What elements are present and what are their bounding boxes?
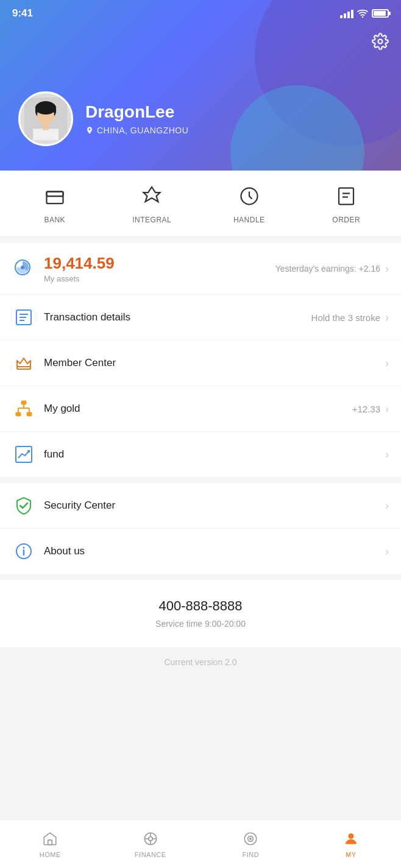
quick-menu: BANK INTEGRAL HANDLE ORDER [0,171,401,237]
my-nav-label: MY [346,851,357,858]
integral-label: INTEGRAL [132,216,171,224]
integral-icon [138,183,165,210]
nav-my[interactable]: MY [301,830,402,858]
find-nav-icon [241,830,260,848]
transaction-content: Transaction details [44,311,311,323]
security-title: Security Center [44,499,115,511]
about-item[interactable]: About us › [0,529,401,574]
about-icon [12,540,35,563]
transaction-chevron: › [385,311,389,324]
version-text: Current version 2.0 [164,657,236,667]
assets-label: My assets [44,274,275,283]
quick-menu-handle[interactable]: HANDLE [200,183,298,224]
contact-section: 400-888-8888 Service time 9:00-20:00 [0,580,401,647]
nav-home[interactable]: HOME [0,830,101,858]
quick-menu-order[interactable]: ORDER [298,183,396,224]
handle-label: HANDLE [233,216,265,224]
fund-right: › [385,448,389,461]
svg-point-32 [23,547,25,549]
assets-value: 19,414.59 [44,254,275,273]
about-content: About us [44,545,385,557]
member-right: › [385,357,389,370]
quick-menu-integral[interactable]: INTEGRAL [104,183,201,224]
bottom-nav: HOME FINANCE FIND [0,819,401,868]
gold-icon [12,397,35,420]
order-icon [333,183,360,210]
fund-content: fund [44,448,385,460]
svg-rect-21 [17,367,30,369]
transaction-item[interactable]: Transaction details Hold the 3 stroke › [0,295,401,340]
settings-button[interactable] [372,33,389,54]
transaction-hint: Hold the 3 stroke [311,312,380,323]
svg-rect-7 [43,124,48,130]
avatar [18,91,73,146]
svg-rect-33 [48,840,52,845]
bank-label: BANK [44,216,65,224]
transaction-right: Hold the 3 stroke › [311,311,389,324]
main-section-1: 19,414.59 My assets Yesterday's earnings… [0,243,401,477]
svg-point-43 [348,833,353,839]
signal-icon [340,9,353,18]
svg-point-1 [378,40,383,44]
location-icon [85,126,94,135]
fund-item[interactable]: fund › [0,432,401,477]
member-title: Member Center [44,357,116,369]
assets-chevron: › [385,263,389,275]
svg-rect-6 [33,129,59,140]
svg-point-0 [362,16,364,18]
status-bar: 9:41 [0,0,401,27]
gold-title: My gold [44,403,80,414]
member-chevron: › [385,357,389,370]
contact-phone: 400-888-8888 [12,598,389,614]
security-chevron: › [385,499,389,512]
transaction-icon [12,306,35,329]
home-nav-label: HOME [40,851,61,858]
svg-rect-8 [46,192,63,204]
about-right: › [385,545,389,558]
svg-rect-24 [27,412,32,416]
member-icon [12,351,35,375]
svg-point-35 [149,837,153,841]
find-nav-label: FIND [242,851,259,858]
svg-rect-12 [339,188,353,205]
location-text: CHINA, GUANGZHOU [97,125,188,135]
svg-rect-22 [21,401,26,404]
assets-item[interactable]: 19,414.59 My assets Yesterday's earnings… [0,243,401,295]
battery-icon [372,9,389,18]
nav-finance[interactable]: FINANCE [101,830,201,858]
security-item[interactable]: Security Center › [0,483,401,529]
finance-nav-icon [141,830,160,848]
profile-info: DragonLee CHINA, GUANGZHOU [85,102,188,135]
svg-point-5 [35,101,56,115]
nav-find[interactable]: FIND [200,830,301,858]
status-time: 9:41 [12,7,33,19]
transaction-title: Transaction details [44,311,130,323]
svg-rect-23 [16,412,21,416]
profile-section: DragonLee CHINA, GUANGZHOU [18,91,188,146]
gold-right: +12.33 › [352,403,389,415]
quick-menu-bank[interactable]: BANK [6,183,104,224]
order-label: ORDER [332,216,360,224]
security-icon [12,494,35,517]
member-content: Member Center [44,357,385,369]
svg-point-42 [250,838,251,839]
gold-value: +12.33 [352,404,380,414]
bank-icon [41,183,68,210]
assets-icon [12,257,35,280]
gold-chevron: › [385,403,389,415]
profile-name: DragonLee [85,102,188,122]
home-nav-icon [41,830,59,848]
member-item[interactable]: Member Center › [0,340,401,386]
about-chevron: › [385,545,389,558]
wifi-icon [357,9,368,18]
version-section: Current version 2.0 [0,647,401,677]
my-nav-icon [342,830,360,848]
security-right: › [385,499,389,512]
about-title: About us [44,545,85,557]
finance-nav-label: FINANCE [135,851,166,858]
gold-item[interactable]: My gold +12.33 › [0,386,401,432]
profile-location: CHINA, GUANGZHOU [85,125,188,135]
earnings-text: Yesterday's earnings: +2.16 [275,264,380,273]
gold-content: My gold [44,403,352,415]
contact-time: Service time 9:00-20:00 [12,619,389,629]
